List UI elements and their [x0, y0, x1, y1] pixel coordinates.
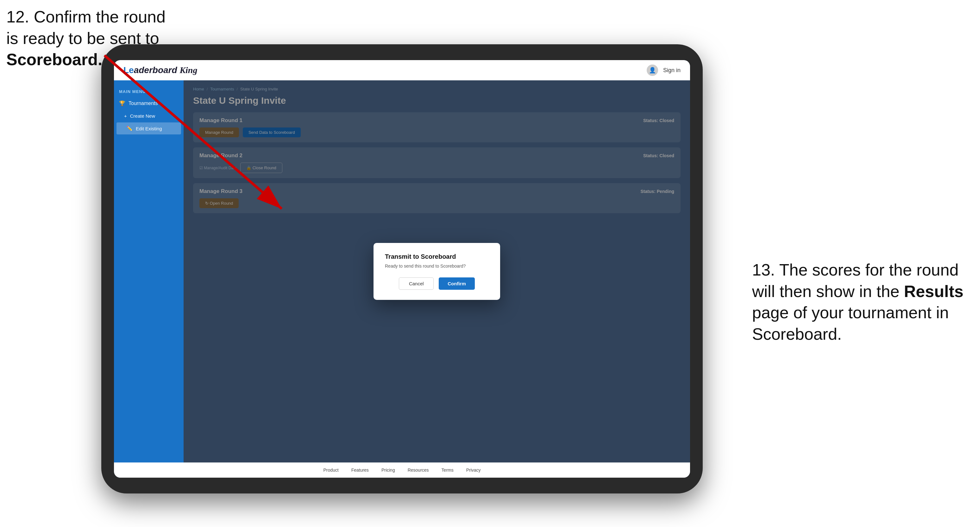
sidebar-item-tournaments[interactable]: 🏆 Tournaments	[114, 97, 184, 110]
annotation-right: 13. The scores for the round will then s…	[752, 259, 974, 345]
nav-right: 👤 Sign in	[647, 65, 681, 76]
modal-buttons: Cancel Confirm	[385, 278, 489, 290]
annotation-line2: is ready to be sent to	[6, 29, 159, 48]
modal-title: Transmit to Scoreboard	[385, 253, 489, 260]
annotation-bold: Results	[904, 282, 964, 300]
footer-link-product[interactable]: Product	[323, 468, 338, 473]
modal-confirm-button[interactable]: Confirm	[439, 278, 475, 290]
sidebar-item-create-new[interactable]: + Create New	[114, 110, 184, 122]
footer: Product Features Pricing Resources Terms…	[114, 462, 690, 478]
sidebar-create-new-label: Create New	[130, 113, 155, 119]
sidebar-edit-existing-label: Edit Existing	[136, 126, 162, 131]
modal-cancel-button[interactable]: Cancel	[399, 278, 434, 290]
annotation-line1: 12. Confirm the round	[6, 8, 165, 26]
avatar-icon: 👤	[647, 65, 658, 76]
sidebar-tournaments-label: Tournaments	[129, 101, 158, 106]
annotation-top-left: 12. Confirm the round is ready to be sen…	[6, 6, 165, 71]
tablet-device: Leaderboard King 👤 Sign in MAIN MENU 🏆 T…	[101, 44, 703, 494]
sidebar: MAIN MENU 🏆 Tournaments + Create New ✏️ …	[114, 80, 184, 462]
transmit-modal: Transmit to Scoreboard Ready to send thi…	[374, 243, 500, 300]
modal-subtitle: Ready to send this round to Scoreboard?	[385, 264, 489, 268]
trophy-icon: 🏆	[119, 100, 125, 106]
top-nav: Leaderboard King 👤 Sign in	[114, 60, 690, 80]
tablet-screen: Leaderboard King 👤 Sign in MAIN MENU 🏆 T…	[114, 60, 690, 478]
footer-link-terms[interactable]: Terms	[442, 468, 453, 473]
sign-in-button[interactable]: Sign in	[663, 67, 681, 74]
overlay-backdrop: Transmit to Scoreboard Ready to send thi…	[184, 80, 690, 462]
edit-icon: ✏️	[127, 125, 133, 131]
annotation-line3: Scoreboard.	[6, 50, 102, 69]
footer-link-privacy[interactable]: Privacy	[466, 468, 481, 473]
main-area: MAIN MENU 🏆 Tournaments + Create New ✏️ …	[114, 80, 690, 462]
footer-link-pricing[interactable]: Pricing	[382, 468, 395, 473]
sidebar-menu-label: MAIN MENU	[114, 87, 184, 97]
footer-link-resources[interactable]: Resources	[408, 468, 429, 473]
plus-icon: +	[124, 113, 127, 119]
sidebar-item-edit-existing[interactable]: ✏️ Edit Existing	[116, 122, 181, 135]
page-content: Home / Tournaments / State U Spring Invi…	[184, 80, 690, 462]
footer-link-features[interactable]: Features	[352, 468, 369, 473]
